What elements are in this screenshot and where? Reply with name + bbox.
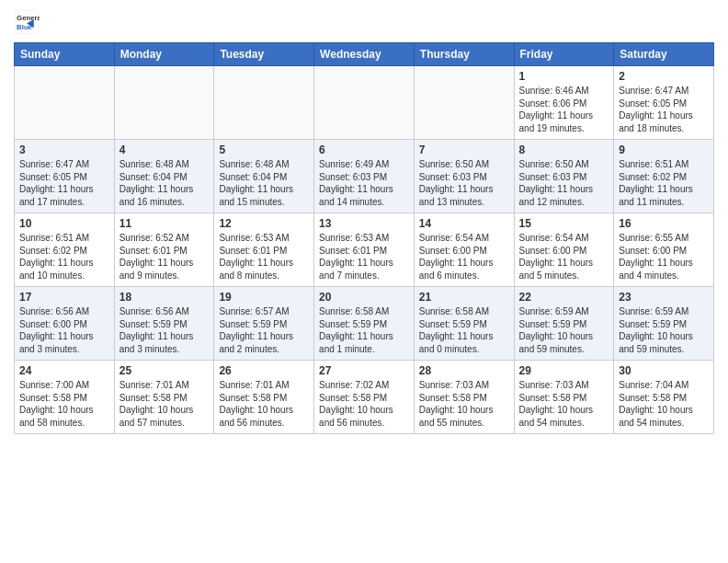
day-info: Sunrise: 7:03 AMSunset: 5:58 PMDaylight:… xyxy=(519,379,609,429)
calendar-cell xyxy=(114,66,214,140)
calendar-cell: 26Sunrise: 7:01 AMSunset: 5:58 PMDayligh… xyxy=(214,361,314,434)
day-number: 2 xyxy=(619,70,709,83)
calendar-cell: 17Sunrise: 6:56 AMSunset: 6:00 PMDayligh… xyxy=(15,287,115,361)
day-number: 19 xyxy=(219,291,309,304)
calendar-cell: 16Sunrise: 6:55 AMSunset: 6:00 PMDayligh… xyxy=(614,213,714,287)
day-number: 16 xyxy=(619,217,709,230)
day-info: Sunrise: 6:59 AMSunset: 5:59 PMDaylight:… xyxy=(619,305,709,355)
day-info: Sunrise: 6:53 AMSunset: 6:01 PMDaylight:… xyxy=(319,232,409,282)
logo-icon: General Blue xyxy=(14,9,40,35)
day-number: 15 xyxy=(519,217,609,230)
calendar-cell: 4Sunrise: 6:48 AMSunset: 6:04 PMDaylight… xyxy=(114,140,214,213)
day-number: 28 xyxy=(419,364,509,377)
weekday-header: Sunday xyxy=(15,43,115,66)
calendar-cell: 27Sunrise: 7:02 AMSunset: 5:58 PMDayligh… xyxy=(314,361,415,434)
calendar-cell xyxy=(214,66,314,140)
day-info: Sunrise: 6:53 AMSunset: 6:01 PMDaylight:… xyxy=(219,232,309,282)
day-info: Sunrise: 6:57 AMSunset: 5:59 PMDaylight:… xyxy=(219,305,309,355)
calendar-cell: 28Sunrise: 7:03 AMSunset: 5:58 PMDayligh… xyxy=(414,361,514,434)
day-number: 9 xyxy=(619,144,709,156)
day-number: 22 xyxy=(519,291,609,304)
day-number: 5 xyxy=(219,144,309,156)
calendar-cell: 1Sunrise: 6:46 AMSunset: 6:06 PMDaylight… xyxy=(514,66,614,140)
calendar-cell: 25Sunrise: 7:01 AMSunset: 5:58 PMDayligh… xyxy=(114,361,214,434)
calendar-week-row: 24Sunrise: 7:00 AMSunset: 5:58 PMDayligh… xyxy=(15,361,714,434)
day-number: 10 xyxy=(19,217,109,230)
weekday-header: Monday xyxy=(114,43,214,66)
calendar-cell: 12Sunrise: 6:53 AMSunset: 6:01 PMDayligh… xyxy=(214,213,314,287)
calendar-header-row: SundayMondayTuesdayWednesdayThursdayFrid… xyxy=(15,43,714,66)
calendar-cell: 30Sunrise: 7:04 AMSunset: 5:58 PMDayligh… xyxy=(614,361,714,434)
calendar-week-row: 10Sunrise: 6:51 AMSunset: 6:02 PMDayligh… xyxy=(15,213,714,287)
day-info: Sunrise: 6:56 AMSunset: 6:00 PMDaylight:… xyxy=(19,305,109,355)
day-info: Sunrise: 6:56 AMSunset: 5:59 PMDaylight:… xyxy=(119,305,210,355)
day-info: Sunrise: 6:59 AMSunset: 5:59 PMDaylight:… xyxy=(519,305,609,355)
calendar-cell: 2Sunrise: 6:47 AMSunset: 6:05 PMDaylight… xyxy=(614,66,714,140)
calendar-cell: 7Sunrise: 6:50 AMSunset: 6:03 PMDaylight… xyxy=(414,140,514,213)
day-info: Sunrise: 6:50 AMSunset: 6:03 PMDaylight:… xyxy=(419,158,509,208)
calendar-cell: 13Sunrise: 6:53 AMSunset: 6:01 PMDayligh… xyxy=(314,213,415,287)
day-info: Sunrise: 6:47 AMSunset: 6:05 PMDaylight:… xyxy=(19,158,109,208)
header: General Blue xyxy=(14,9,714,35)
day-number: 12 xyxy=(219,217,309,230)
calendar-cell: 23Sunrise: 6:59 AMSunset: 5:59 PMDayligh… xyxy=(614,287,714,361)
day-info: Sunrise: 6:51 AMSunset: 6:02 PMDaylight:… xyxy=(19,232,109,282)
calendar-cell xyxy=(15,66,115,140)
calendar-week-row: 3Sunrise: 6:47 AMSunset: 6:05 PMDaylight… xyxy=(15,140,714,213)
day-number: 25 xyxy=(119,364,210,377)
calendar-week-row: 17Sunrise: 6:56 AMSunset: 6:00 PMDayligh… xyxy=(15,287,714,361)
day-number: 23 xyxy=(619,291,709,304)
calendar-cell: 10Sunrise: 6:51 AMSunset: 6:02 PMDayligh… xyxy=(15,213,115,287)
weekday-header: Tuesday xyxy=(214,43,314,66)
calendar-cell: 3Sunrise: 6:47 AMSunset: 6:05 PMDaylight… xyxy=(15,140,115,213)
calendar-cell: 6Sunrise: 6:49 AMSunset: 6:03 PMDaylight… xyxy=(314,140,415,213)
day-info: Sunrise: 7:04 AMSunset: 5:58 PMDaylight:… xyxy=(619,379,709,429)
day-number: 17 xyxy=(19,291,109,304)
day-number: 27 xyxy=(319,364,409,377)
day-info: Sunrise: 7:01 AMSunset: 5:58 PMDaylight:… xyxy=(219,379,309,429)
day-number: 8 xyxy=(519,144,609,156)
calendar-cell: 11Sunrise: 6:52 AMSunset: 6:01 PMDayligh… xyxy=(114,213,214,287)
svg-text:General: General xyxy=(17,14,40,22)
day-info: Sunrise: 7:00 AMSunset: 5:58 PMDaylight:… xyxy=(19,379,109,429)
day-info: Sunrise: 6:54 AMSunset: 6:00 PMDaylight:… xyxy=(519,232,609,282)
calendar-week-row: 1Sunrise: 6:46 AMSunset: 6:06 PMDaylight… xyxy=(15,66,714,140)
weekday-header: Wednesday xyxy=(314,43,415,66)
calendar-cell: 8Sunrise: 6:50 AMSunset: 6:03 PMDaylight… xyxy=(514,140,614,213)
day-number: 4 xyxy=(119,144,210,156)
day-info: Sunrise: 6:48 AMSunset: 6:04 PMDaylight:… xyxy=(219,158,309,208)
calendar-table: SundayMondayTuesdayWednesdayThursdayFrid… xyxy=(14,42,714,434)
day-info: Sunrise: 6:58 AMSunset: 5:59 PMDaylight:… xyxy=(419,305,509,355)
day-number: 7 xyxy=(419,144,509,156)
day-info: Sunrise: 6:48 AMSunset: 6:04 PMDaylight:… xyxy=(119,158,210,208)
weekday-header: Friday xyxy=(514,43,614,66)
day-number: 29 xyxy=(519,364,609,377)
calendar-cell: 29Sunrise: 7:03 AMSunset: 5:58 PMDayligh… xyxy=(514,361,614,434)
day-number: 14 xyxy=(419,217,509,230)
calendar-cell: 22Sunrise: 6:59 AMSunset: 5:59 PMDayligh… xyxy=(514,287,614,361)
calendar-cell: 21Sunrise: 6:58 AMSunset: 5:59 PMDayligh… xyxy=(414,287,514,361)
day-info: Sunrise: 6:58 AMSunset: 5:59 PMDaylight:… xyxy=(319,305,409,355)
calendar-cell: 14Sunrise: 6:54 AMSunset: 6:00 PMDayligh… xyxy=(414,213,514,287)
day-info: Sunrise: 6:51 AMSunset: 6:02 PMDaylight:… xyxy=(619,158,709,208)
svg-text:Blue: Blue xyxy=(17,23,33,31)
weekday-header: Saturday xyxy=(614,43,714,66)
day-info: Sunrise: 6:50 AMSunset: 6:03 PMDaylight:… xyxy=(519,158,609,208)
page: General Blue SundayMondayTuesdayWednesda… xyxy=(0,0,728,448)
day-number: 21 xyxy=(419,291,509,304)
day-number: 6 xyxy=(319,144,409,156)
calendar-cell xyxy=(414,66,514,140)
calendar-cell: 19Sunrise: 6:57 AMSunset: 5:59 PMDayligh… xyxy=(214,287,314,361)
calendar-cell: 9Sunrise: 6:51 AMSunset: 6:02 PMDaylight… xyxy=(614,140,714,213)
calendar-cell: 20Sunrise: 6:58 AMSunset: 5:59 PMDayligh… xyxy=(314,287,415,361)
day-number: 11 xyxy=(119,217,210,230)
day-info: Sunrise: 6:55 AMSunset: 6:00 PMDaylight:… xyxy=(619,232,709,282)
day-number: 1 xyxy=(519,70,609,83)
day-number: 3 xyxy=(19,144,109,156)
day-number: 26 xyxy=(219,364,309,377)
calendar-cell: 5Sunrise: 6:48 AMSunset: 6:04 PMDaylight… xyxy=(214,140,314,213)
day-info: Sunrise: 6:49 AMSunset: 6:03 PMDaylight:… xyxy=(319,158,409,208)
day-number: 24 xyxy=(19,364,109,377)
calendar-cell: 18Sunrise: 6:56 AMSunset: 5:59 PMDayligh… xyxy=(114,287,214,361)
day-number: 13 xyxy=(319,217,409,230)
